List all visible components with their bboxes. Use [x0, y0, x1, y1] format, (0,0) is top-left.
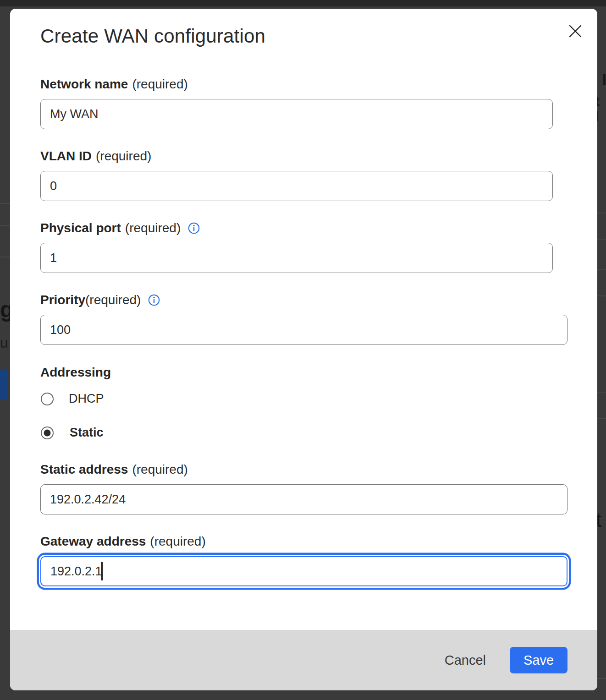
priority-input[interactable] — [40, 315, 567, 345]
backdrop-text-fragment: g — [0, 297, 10, 322]
static-address-label: Static address (required) — [40, 462, 567, 477]
required-tag: (required) — [125, 220, 181, 236]
static-address-input[interactable] — [40, 484, 567, 514]
backdrop-table-line — [597, 678, 606, 679]
backdrop-table-line — [0, 225, 10, 226]
required-tag: (required) — [85, 292, 141, 308]
create-wan-configuration-dialog: Create WAN configuration Network name (r… — [10, 9, 597, 690]
required-tag: (required) — [96, 148, 151, 164]
close-icon — [567, 23, 584, 39]
info-icon[interactable] — [148, 294, 160, 306]
backdrop-table-line — [597, 392, 606, 393]
static-address-field-group: Static address (required) — [40, 462, 567, 514]
addressing-section-label: Addressing — [40, 365, 111, 380]
backdrop-text-fragment: u — [0, 334, 10, 351]
backdrop-dark-fragment — [603, 74, 606, 85]
backdrop-blue-button-fragment — [0, 369, 8, 399]
dialog-footer: Cancel Save — [10, 630, 597, 690]
backdrop-table-line — [597, 295, 606, 296]
backdrop-text-fragment: t — [596, 509, 606, 531]
physical-port-input[interactable] — [40, 243, 553, 273]
gateway-address-input-wrapper — [40, 556, 567, 586]
backdrop-table-line — [0, 257, 10, 257]
gateway-address-field-group: Gateway address (required) — [40, 534, 567, 586]
radio-button-selected-icon[interactable] — [41, 427, 54, 439]
backdrop-top-strip — [0, 0, 606, 6]
priority-field-group: Priority (required) — [40, 292, 567, 345]
network-name-input[interactable] — [40, 99, 553, 129]
radio-option-static[interactable]: Static — [41, 426, 104, 440]
physical-port-label: Physical port (required) — [40, 220, 553, 236]
text-cursor — [101, 562, 103, 580]
info-icon[interactable] — [188, 222, 200, 234]
priority-label: Priority (required) — [40, 292, 567, 308]
required-tag: (required) — [150, 534, 205, 549]
gateway-address-label: Gateway address (required) — [40, 534, 567, 549]
backdrop-table-line — [597, 269, 606, 270]
physical-port-field-group: Physical port (required) — [40, 220, 553, 273]
close-button[interactable] — [562, 18, 588, 44]
vlan-id-label: VLAN ID (required) — [40, 148, 553, 164]
radio-option-dhcp[interactable]: DHCP — [41, 392, 104, 406]
backdrop-table-line — [0, 203, 10, 204]
dialog-title: Create WAN configuration — [40, 25, 265, 47]
backdrop-table-line — [597, 418, 606, 419]
vlan-id-field-group: VLAN ID (required) — [40, 148, 553, 201]
network-name-label: Network name (required) — [40, 77, 553, 92]
vlan-id-input[interactable] — [40, 171, 553, 201]
cancel-button[interactable]: Cancel — [445, 653, 486, 668]
network-name-field-group: Network name (required) — [40, 77, 553, 129]
gateway-address-input[interactable] — [40, 556, 567, 586]
save-button[interactable]: Save — [510, 647, 567, 673]
backdrop-table-line — [597, 213, 606, 213]
required-tag: (required) — [132, 462, 187, 477]
radio-button-unselected-icon[interactable] — [41, 393, 54, 405]
radio-label-dhcp: DHCP — [69, 392, 104, 406]
backdrop-table-line — [597, 239, 606, 240]
required-tag: (required) — [132, 77, 187, 92]
radio-label-static: Static — [70, 426, 104, 440]
